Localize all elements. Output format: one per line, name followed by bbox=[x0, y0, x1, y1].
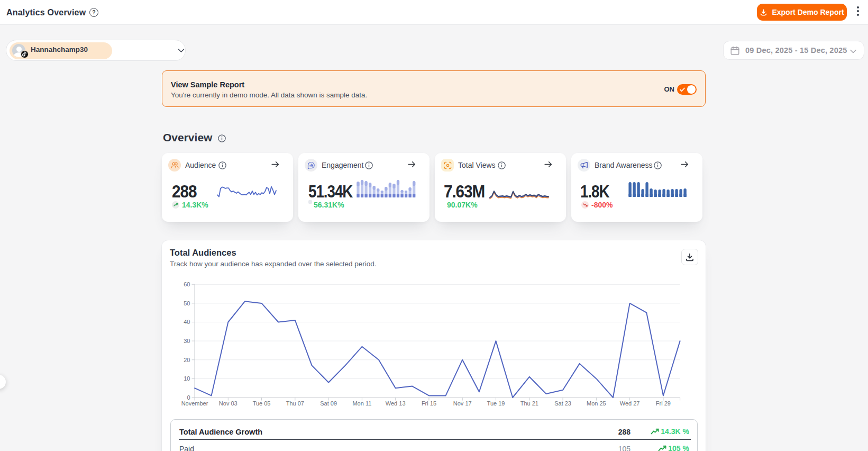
svg-text:Thu 07: Thu 07 bbox=[286, 400, 304, 407]
svg-text:Mon 11: Mon 11 bbox=[352, 400, 371, 407]
svg-text:Sat 09: Sat 09 bbox=[320, 400, 337, 407]
svg-text:Nov 17: Nov 17 bbox=[453, 400, 472, 407]
svg-text:Mon 25: Mon 25 bbox=[587, 400, 606, 407]
svg-text:Sat 23: Sat 23 bbox=[554, 400, 571, 407]
svg-text:Fri 15: Fri 15 bbox=[422, 400, 436, 407]
svg-text:40: 40 bbox=[184, 319, 190, 325]
svg-text:Wed 13: Wed 13 bbox=[386, 400, 406, 407]
svg-text:60: 60 bbox=[184, 281, 190, 287]
svg-text:Tue 19: Tue 19 bbox=[487, 400, 505, 407]
svg-text:50: 50 bbox=[184, 300, 190, 306]
svg-text:20: 20 bbox=[184, 357, 190, 363]
svg-text:10: 10 bbox=[184, 375, 190, 382]
svg-text:30: 30 bbox=[184, 338, 190, 344]
svg-text:Thu 21: Thu 21 bbox=[520, 400, 538, 407]
svg-text:Tue 05: Tue 05 bbox=[253, 400, 271, 407]
svg-text:Nov 03: Nov 03 bbox=[219, 400, 237, 407]
svg-text:Fri 29: Fri 29 bbox=[656, 400, 671, 407]
svg-text:Wed 27: Wed 27 bbox=[620, 400, 640, 407]
svg-text:November: November bbox=[181, 400, 208, 407]
